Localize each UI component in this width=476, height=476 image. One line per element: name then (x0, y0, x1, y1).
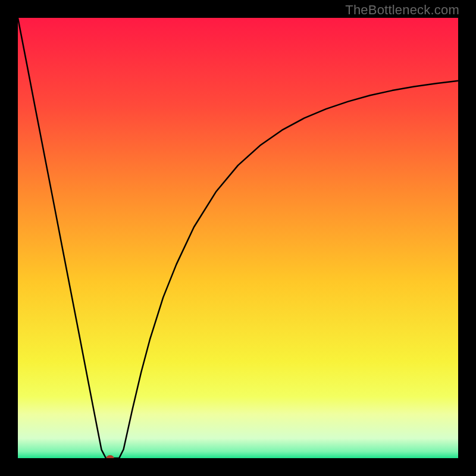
plot-area (18, 18, 458, 458)
bottleneck-curve (18, 18, 458, 458)
minimum-marker (107, 455, 114, 458)
watermark-text: TheBottleneck.com (345, 2, 459, 18)
chart-frame: TheBottleneck.com (0, 0, 476, 476)
